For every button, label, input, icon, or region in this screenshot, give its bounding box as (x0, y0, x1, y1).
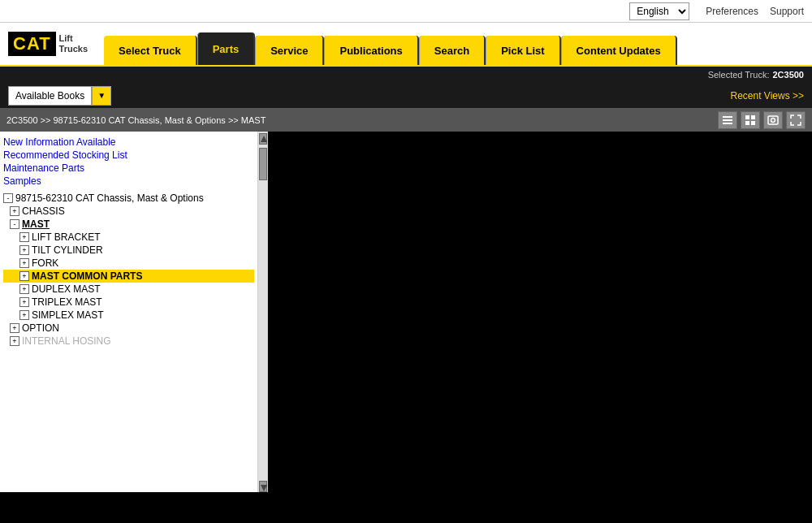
toggle-chassis[interactable]: + (10, 206, 19, 216)
tab-publications[interactable]: Publications (324, 36, 418, 65)
right-panel (268, 132, 812, 492)
tree-label-simplex-mast: SIMPLEX MAST (32, 309, 104, 321)
header: CAT Lift Trucks Select Truck Parts Servi… (0, 23, 812, 65)
tree-item-chassis[interactable]: + CHASSIS (3, 205, 254, 218)
tree-label-chassis: CHASSIS (22, 205, 65, 217)
tree-item-lift-bracket[interactable]: + LIFT BRACKET (3, 231, 254, 244)
tab-content-updates[interactable]: Content Updates (561, 36, 677, 65)
quick-link-new-info[interactable]: New Information Available (3, 136, 254, 148)
logo: CAT Lift Trucks (8, 32, 88, 56)
svg-rect-1 (723, 119, 732, 121)
tree-label-mast-common-parts: MAST COMMON PARTS (32, 270, 142, 282)
selected-truck-label: Selected Truck: (708, 70, 770, 80)
tree-label-book: 98715-62310 CAT Chassis, Mast & Options (15, 192, 204, 204)
breadcrumb-row: 2C3500 >> 98715-62310 CAT Chassis, Mast … (0, 109, 812, 132)
left-panel: New Information Available Recommended St… (0, 132, 268, 492)
tree-label-internal-hosing: INTERNAL HOSING (22, 335, 111, 347)
tab-select-truck[interactable]: Select Truck (104, 36, 197, 65)
tree-item-mast[interactable]: - MAST (3, 218, 254, 231)
tree-label-option: OPTION (22, 322, 59, 334)
scrollbar-container: New Information Available Recommended St… (0, 132, 267, 492)
tree-item-internal-hosing[interactable]: + INTERNAL HOSING (3, 335, 254, 348)
svg-marker-10 (261, 485, 267, 491)
scroll-up-arrow[interactable] (259, 133, 267, 145)
tree-scrollbar[interactable] (257, 132, 267, 492)
tree-item-book[interactable]: - 98715-62310 CAT Chassis, Mast & Option… (3, 192, 254, 205)
tree-item-simplex-mast[interactable]: + SIMPLEX MAST (3, 309, 254, 322)
tree-label-triplex-mast: TRIPLEX MAST (32, 296, 102, 308)
bottom-area (0, 492, 812, 523)
svg-point-8 (771, 119, 775, 123)
toggle-duplex-mast[interactable]: + (19, 284, 29, 294)
svg-rect-2 (723, 123, 732, 124)
trucks-text: Trucks (59, 44, 88, 54)
quick-link-samples[interactable]: Samples (3, 175, 254, 187)
toggle-internal-hosing[interactable]: + (10, 336, 19, 346)
breadcrumb: 2C3500 >> 98715-62310 CAT Chassis, Mast … (6, 115, 266, 125)
tree-item-mast-common-parts[interactable]: + MAST COMMON PARTS (3, 270, 254, 283)
toggle-option[interactable]: + (10, 323, 19, 333)
toggle-triplex-mast[interactable]: + (19, 297, 29, 307)
support-link[interactable]: Support (770, 6, 804, 17)
breadcrumb-icons (718, 111, 806, 129)
svg-marker-9 (261, 136, 267, 142)
recent-views-link[interactable]: Recent Views >> (731, 90, 805, 102)
svg-rect-0 (723, 116, 732, 118)
selected-truck-value: 2C3500 (772, 70, 804, 80)
quick-link-stocking[interactable]: Recommended Stocking List (3, 149, 254, 161)
tree-label-tilt-cylinder: TILT CYLINDER (32, 244, 103, 256)
available-books-dropdown[interactable]: ▼ (92, 86, 111, 106)
tree-item-duplex-mast[interactable]: + DUPLEX MAST (3, 283, 254, 296)
tree-label-fork: FORK (32, 257, 58, 269)
top-bar: EnglishFrenchGermanSpanish Preferences S… (0, 0, 812, 23)
photo-view-icon[interactable] (763, 111, 783, 129)
tree-content: New Information Available Recommended St… (0, 132, 257, 492)
toggle-lift-bracket[interactable]: + (19, 232, 29, 242)
svg-rect-4 (751, 115, 755, 119)
lift-text: Lift (59, 33, 88, 44)
svg-rect-7 (768, 116, 778, 124)
nav-tabs: Select Truck Parts Service Publications … (104, 23, 677, 65)
toggle-tilt-cylinder[interactable]: + (19, 245, 29, 255)
logo-text: Lift Trucks (59, 33, 88, 54)
toggle-simplex-mast[interactable]: + (19, 310, 29, 320)
tree-label-lift-bracket: LIFT BRACKET (32, 231, 100, 243)
tab-service[interactable]: Service (255, 36, 324, 65)
tab-pick-list[interactable]: Pick List (486, 36, 560, 65)
svg-rect-6 (751, 121, 755, 125)
selected-truck-bar: Selected Truck: 2C3500 (0, 67, 812, 83)
list-view-icon[interactable] (718, 111, 737, 129)
toggle-book[interactable]: - (3, 193, 13, 203)
expand-view-icon[interactable] (786, 111, 806, 129)
cat-logo: CAT (8, 32, 56, 56)
toggle-mast-common-parts[interactable]: + (19, 271, 29, 281)
toggle-mast[interactable]: - (10, 219, 19, 229)
grid-view-icon[interactable] (741, 111, 760, 129)
toolbar-row: Available Books ▼ Recent Views >> (0, 83, 812, 109)
scroll-thumb[interactable] (259, 148, 267, 180)
tab-search[interactable]: Search (419, 36, 486, 65)
tab-parts[interactable]: Parts (197, 32, 256, 65)
language-select[interactable]: EnglishFrenchGermanSpanish (629, 2, 689, 20)
scroll-down-arrow[interactable] (259, 481, 267, 492)
svg-rect-3 (745, 115, 749, 119)
svg-rect-5 (745, 121, 749, 125)
tree-item-triplex-mast[interactable]: + TRIPLEX MAST (3, 296, 254, 309)
available-books-button[interactable]: Available Books (8, 86, 92, 106)
quick-link-maintenance[interactable]: Maintenance Parts (3, 162, 254, 174)
preferences-link[interactable]: Preferences (706, 6, 758, 17)
tree-item-fork[interactable]: + FORK (3, 257, 254, 270)
tree-label-duplex-mast: DUPLEX MAST (32, 283, 101, 295)
tree-item-option[interactable]: + OPTION (3, 322, 254, 335)
tree-item-tilt-cylinder[interactable]: + TILT CYLINDER (3, 244, 254, 257)
toolbar-left: Available Books ▼ (8, 86, 111, 106)
main-content: New Information Available Recommended St… (0, 132, 812, 492)
tree-label-mast: MAST (22, 218, 50, 230)
toggle-fork[interactable]: + (19, 258, 29, 268)
